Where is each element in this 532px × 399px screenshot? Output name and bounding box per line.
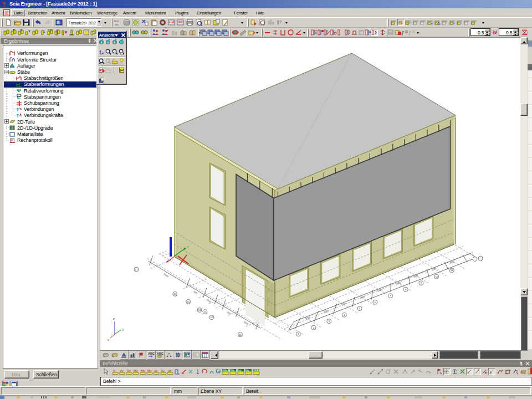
svg-text:1500: 1500 <box>377 288 383 292</box>
svg-text:12: 12 <box>210 316 213 319</box>
svg-text:1: 1 <box>43 30 45 33</box>
svg-text:my: my <box>238 369 242 372</box>
svg-text:1500: 1500 <box>359 295 365 299</box>
svg-text:200: 200 <box>226 311 231 315</box>
svg-text:N: N <box>113 369 115 372</box>
svg-text:11: 11 <box>239 334 242 336</box>
svg-text:ƒ: ƒ <box>401 30 404 35</box>
svg-text:ux: ux <box>154 369 157 372</box>
svg-text:Vy: Vy <box>120 369 124 372</box>
svg-text:1500: 1500 <box>449 260 455 264</box>
svg-text:10: 10 <box>435 275 438 278</box>
svg-text:my: my <box>245 369 249 372</box>
svg-text:16: 16 <box>173 293 176 295</box>
svg-text:Y: Y <box>187 245 189 249</box>
svg-text:17: 17 <box>135 268 138 271</box>
svg-text:900: 900 <box>193 290 198 295</box>
svg-text:Vz: Vz <box>127 369 131 372</box>
svg-text:DEF: DEF <box>253 369 258 372</box>
svg-text:y: y <box>122 328 124 331</box>
svg-text:My: My <box>134 369 138 372</box>
svg-text:5000: 5000 <box>163 273 169 278</box>
svg-text:15: 15 <box>187 300 190 303</box>
svg-text:uy: uy <box>161 369 165 372</box>
svg-text:?: ? <box>279 19 282 24</box>
svg-text:cm: cm <box>115 23 119 26</box>
svg-text:14: 14 <box>198 309 201 311</box>
svg-text:Gd-: Gd- <box>231 369 235 372</box>
svg-text:1500: 1500 <box>323 309 329 313</box>
svg-text:ƒ: ƒ <box>408 30 411 35</box>
svg-text:z: z <box>113 317 115 320</box>
svg-text:Mz: Mz <box>147 369 152 372</box>
svg-text:I: I <box>277 19 279 25</box>
svg-text:13: 13 <box>203 310 206 313</box>
svg-text:1500: 1500 <box>341 301 347 306</box>
svg-text:1500: 1500 <box>431 267 437 271</box>
svg-text:11: 11 <box>451 269 453 272</box>
svg-text:Gd+: Gd+ <box>223 369 228 372</box>
svg-text:x: x <box>108 338 109 341</box>
svg-text:My: My <box>141 369 145 372</box>
svg-text:uz: uz <box>168 369 171 372</box>
svg-text:ABC: ABC <box>157 352 163 355</box>
svg-text:ABC: ABC <box>148 352 155 355</box>
